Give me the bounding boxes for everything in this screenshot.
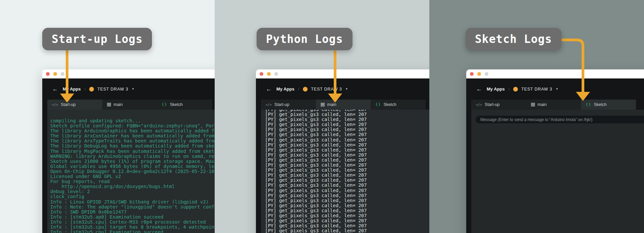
log-line: The library MsgPack has been automatical… — [50, 149, 215, 154]
breadcrumb-separator: / — [298, 86, 300, 92]
panel-startup: Start-up Logs ← My Apps / TEST DRAW 3 ▼ — [0, 0, 215, 233]
window-body: ← My Apps / TEST DRAW 3 ▼ </> Start-up m… — [42, 78, 215, 233]
close-button[interactable] — [46, 72, 50, 76]
window-body: ← My Apps / TEST DRAW 3 ▼ </> Start-up m… — [256, 78, 429, 233]
triptych-stage: Start-up Logs ← My Apps / TEST DRAW 3 ▼ — [0, 0, 644, 233]
log-line: [PY] get_pixels_gs3 called, len= 207 — [265, 218, 429, 223]
back-arrow-icon[interactable]: ← — [266, 86, 272, 93]
project-name[interactable]: TEST DRAW 3 — [97, 87, 128, 92]
log-line: Info : [stm32u5.cpu] target has 8 breakp… — [50, 225, 215, 230]
tab-sketch[interactable]: () Sketch — [371, 100, 426, 110]
log-line: [PY] get_pixels_gs3 called, len= 207 — [265, 178, 429, 183]
breadcrumb-my-apps[interactable]: My Apps — [276, 86, 294, 92]
log-line: The library DebugLog has been automatica… — [50, 143, 215, 149]
message-input[interactable] — [476, 116, 644, 123]
breadcrumb-my-apps[interactable]: My Apps — [63, 86, 81, 92]
tab-startup-label: Start-up — [485, 102, 499, 107]
log-line: Sketch uses 21000 bytes (1%) of program … — [50, 159, 215, 164]
log-line: [PY] get_pixels_gs3 called, len= 207 — [265, 173, 429, 178]
log-line: [PY] get_pixels_gs3 called, len= 207 — [265, 153, 429, 158]
log-line: WARNING: library ArduinoGraphics claims … — [50, 154, 215, 159]
log-line: [PY] get_pixels_gs3 called, len= 207 — [265, 163, 429, 168]
zoom-button[interactable] — [485, 72, 488, 76]
minimize-button[interactable] — [53, 72, 57, 76]
tab-sketch-label: Sketch — [170, 102, 182, 107]
chevron-down-icon[interactable]: ▼ — [555, 88, 558, 91]
window-titlebar — [466, 69, 644, 78]
tab-sketch[interactable]: () Sketch — [157, 100, 212, 110]
log-line: [PY] get_pixels_gs3 called, len= 207 — [265, 203, 429, 208]
zoom-button[interactable] — [274, 72, 278, 76]
code-icon: </> — [266, 103, 272, 107]
tab-sketch[interactable]: () Sketch — [581, 100, 636, 110]
log-line: Info : [stm32u5.ap0] Examination succeed — [50, 215, 215, 220]
log-line: http://openocd.org/doc/doxygen/bugs.html — [50, 184, 215, 189]
tab-main-label: main — [327, 102, 336, 107]
python-logs-badge: Python Logs — [257, 28, 353, 50]
log-line: Licensed under GNU GPL v2 — [50, 174, 215, 179]
minimize-button[interactable] — [267, 72, 271, 76]
code-icon: </> — [52, 103, 58, 107]
log-line: [PY] get_pixels_gs3 called, len= 207 — [265, 198, 429, 203]
minimize-button[interactable] — [477, 72, 481, 76]
tab-bar: </> Start-up main () Sketch — [471, 100, 644, 110]
log-line: [PY] get_pixels_gs3 called, len= 207 — [265, 117, 429, 122]
breadcrumb: ← My Apps / TEST DRAW 3 ▼ — [466, 78, 644, 100]
app-window: ← My Apps / TEST DRAW 3 ▼ </> Start-up m… — [256, 69, 429, 233]
list-icon — [321, 103, 325, 106]
tab-sketch-label: Sketch — [594, 102, 606, 107]
list-icon — [107, 103, 111, 106]
log-line: debug_level: 2 — [50, 189, 215, 194]
log-line: [PY] get_pixels_gs3 called, len= 207 — [265, 137, 429, 142]
zoom-button[interactable] — [61, 72, 64, 76]
log-line: Info : Note: The adapter "linuxgpiod" do… — [50, 205, 215, 210]
log-line: The library ArxTypeTraits has been autom… — [50, 138, 215, 143]
tab-main[interactable]: main — [526, 100, 581, 110]
code-icon: </> — [476, 103, 482, 107]
tab-bar: </> Start-up main () Sketch — [47, 100, 215, 110]
breadcrumb-my-apps[interactable]: My Apps — [487, 86, 505, 92]
log-line: Info : Linux GPIOD JTAG/SWD bitbang driv… — [50, 199, 215, 205]
project-status-icon — [303, 87, 308, 92]
tab-startup[interactable]: </> Start-up — [47, 100, 102, 110]
tab-startup-label: Start-up — [61, 102, 75, 107]
log-line: [PY] get_pixels_gs3 called, len= 207 — [265, 188, 429, 193]
log-line: Global variables use 4956 bytes (0%) of … — [50, 164, 215, 169]
close-button[interactable] — [260, 72, 263, 76]
breadcrumb-separator: / — [508, 86, 510, 92]
tab-startup[interactable]: </> Start-up — [471, 100, 526, 110]
tab-startup-label: Start-up — [274, 102, 289, 107]
log-line: [PY] get_pixels_gs3 called, len= 207 — [265, 213, 429, 218]
log-line: [PY] get_pixels_gs3 called, len= 207 — [265, 122, 429, 127]
sketch-console — [471, 110, 644, 233]
app-window: ← My Apps / TEST DRAW 3 ▼ </> Start-up m… — [42, 69, 215, 233]
window-body: ← My Apps / TEST DRAW 3 ▼ </> Start-up m… — [466, 78, 644, 233]
log-line: [PY] get_pixels_gs3 called, len= 207 — [265, 132, 429, 137]
tab-sketch-label: Sketch — [383, 102, 396, 107]
back-arrow-icon[interactable]: ← — [52, 86, 58, 93]
chevron-down-icon[interactable]: ▼ — [131, 88, 134, 91]
log-line: The library ArxContainer has been automa… — [50, 133, 215, 138]
project-name[interactable]: TEST DRAW 3 — [311, 87, 342, 92]
tab-main[interactable]: main — [102, 100, 157, 110]
project-name[interactable]: TEST DRAW 3 — [521, 87, 552, 92]
log-line: Info : [stm32u5.cpu] Cortex-M33 r0p4 pro… — [50, 220, 215, 225]
chevron-down-icon[interactable]: ▼ — [345, 88, 348, 91]
log-line: [PY] get_pixels_gs3 called, len= 207 — [265, 208, 429, 213]
tab-main[interactable]: main — [316, 100, 371, 110]
parentheses-icon: () — [162, 102, 167, 107]
app-window: ← My Apps / TEST DRAW 3 ▼ </> Start-up m… — [466, 69, 644, 233]
tab-bar: </> Start-up main () Sketch — [261, 100, 429, 110]
tab-startup[interactable]: </> Start-up — [261, 100, 316, 110]
log-line: [PY] get_pixels_gs3 called, len= 207 — [265, 112, 429, 117]
back-arrow-icon[interactable]: ← — [476, 86, 482, 93]
startup-log-output: compiling and updating sketch...Sketch p… — [47, 110, 215, 233]
log-line: [PY] get_pixels_gs3 called, len= 207 — [265, 193, 429, 198]
log-line: [PY] get_pixels_gs3 called, len= 207 — [265, 223, 429, 228]
panel-sketch: Sketch Logs ← My Apps / TEST DRAW 3 ▼ — [429, 0, 644, 233]
project-status-icon — [89, 87, 94, 92]
log-line: [PY] get_pixels_gs3 called, len= 207 — [265, 183, 429, 188]
window-titlebar — [256, 69, 429, 78]
close-button[interactable] — [470, 72, 474, 76]
log-line: clock_config — [50, 194, 215, 199]
